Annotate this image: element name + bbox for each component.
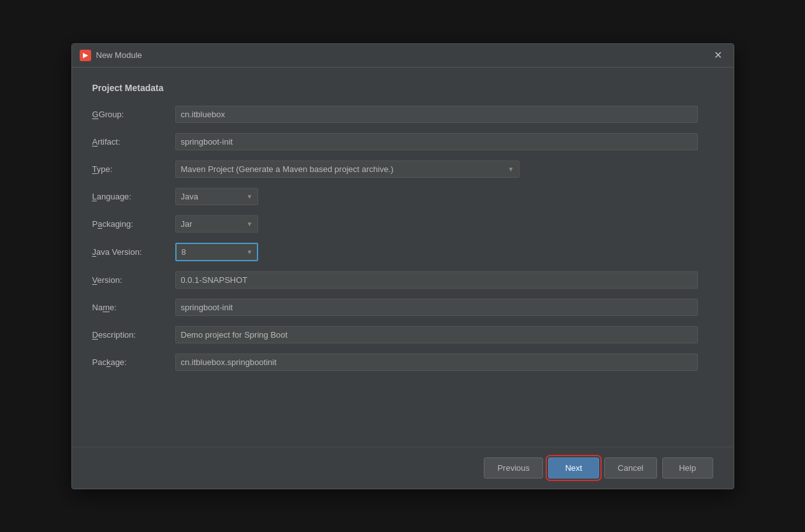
close-button[interactable]: ✕ xyxy=(710,49,726,62)
language-label: Language: xyxy=(92,192,175,201)
artifact-row: Artifact: xyxy=(92,133,713,150)
artifact-input[interactable] xyxy=(175,133,698,150)
name-label: Name: xyxy=(92,303,175,312)
dialog-content: Project Metadata GGroup: Artifact: xyxy=(72,68,734,447)
package-label: Package: xyxy=(92,357,175,367)
section-title: Project Metadata xyxy=(92,83,713,93)
dialog-titlebar: ▶ New Module ✕ xyxy=(72,44,734,68)
type-row: Type: Maven Project (Generate a Maven ba… xyxy=(92,161,713,178)
new-module-dialog: ▶ New Module ✕ Project Metadata GGroup: xyxy=(71,43,734,489)
java-version-control: 8 11 17 21 ▼ xyxy=(175,243,698,261)
description-control xyxy=(175,326,698,343)
java-version-row: Java Version: 8 11 17 21 ▼ xyxy=(92,243,713,261)
dialog-title-left: ▶ New Module xyxy=(80,50,142,61)
dialog-overlay: ▶ New Module ✕ Project Metadata GGroup: xyxy=(0,0,805,532)
language-select[interactable]: Java Kotlin Groovy xyxy=(175,188,258,205)
group-row: GGroup: xyxy=(92,106,713,123)
description-label: Description: xyxy=(92,330,175,340)
dialog-title: New Module xyxy=(96,50,142,60)
cancel-button[interactable]: Cancel xyxy=(604,457,656,478)
packaging-control: Jar War ▼ xyxy=(175,215,698,233)
dialog-footer: Previous Next Cancel Help xyxy=(72,447,734,489)
package-control xyxy=(175,354,698,371)
packaging-select-wrapper: Jar War ▼ xyxy=(175,215,258,233)
language-select-wrapper: Java Kotlin Groovy ▼ xyxy=(175,188,258,205)
java-version-select[interactable]: 8 11 17 21 xyxy=(175,243,258,261)
description-input[interactable] xyxy=(175,326,698,343)
version-label: Version: xyxy=(92,275,175,285)
help-button[interactable]: Help xyxy=(662,457,713,478)
group-input[interactable] xyxy=(175,106,698,123)
packaging-label: Packaging: xyxy=(92,219,175,229)
type-select-wrapper: Maven Project (Generate a Maven based pr… xyxy=(175,161,519,178)
name-row: Name: xyxy=(92,299,713,316)
type-label: Type: xyxy=(92,164,175,174)
description-row: Description: xyxy=(92,326,713,343)
type-select[interactable]: Maven Project (Generate a Maven based pr… xyxy=(175,161,519,178)
packaging-select[interactable]: Jar War xyxy=(175,215,258,233)
artifact-control xyxy=(175,133,698,150)
version-row: Version: xyxy=(92,271,713,289)
next-button[interactable]: Next xyxy=(548,457,599,478)
java-version-label: Java Version: xyxy=(92,247,175,257)
type-control: Maven Project (Generate a Maven based pr… xyxy=(175,161,698,178)
version-control xyxy=(175,271,698,289)
package-input[interactable] xyxy=(175,354,698,371)
group-label: GGroup: xyxy=(92,110,175,119)
artifact-label: Artifact: xyxy=(92,137,175,147)
version-input[interactable] xyxy=(175,271,698,289)
package-row: Package: xyxy=(92,354,713,371)
java-version-select-wrapper: 8 11 17 21 ▼ xyxy=(175,243,258,261)
language-row: Language: Java Kotlin Groovy ▼ xyxy=(92,188,713,205)
group-control xyxy=(175,106,698,123)
previous-button[interactable]: Previous xyxy=(484,457,543,478)
dialog-icon: ▶ xyxy=(80,50,91,61)
packaging-row: Packaging: Jar War ▼ xyxy=(92,215,713,233)
name-control xyxy=(175,299,698,316)
language-control: Java Kotlin Groovy ▼ xyxy=(175,188,698,205)
name-input[interactable] xyxy=(175,299,698,316)
